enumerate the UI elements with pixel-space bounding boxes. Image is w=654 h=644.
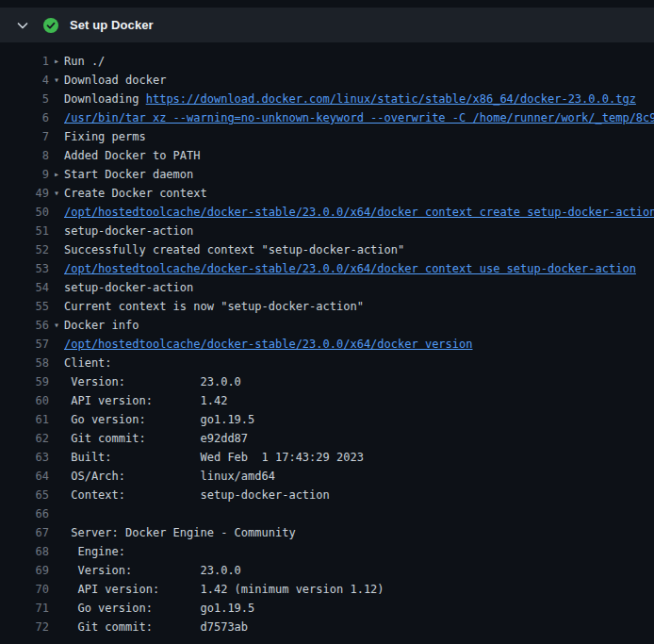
log-line[interactable]: 49▾Create Docker context: [0, 184, 654, 203]
log-plain-text: Start Docker daemon: [64, 168, 193, 181]
log-plain-text: Version: 23.0.0: [64, 564, 241, 577]
group-expanded-arrow-icon[interactable]: ▾: [49, 184, 64, 203]
gutter-spacer: [49, 90, 64, 108]
log-line[interactable]: 61 Go version: go1.19.5: [0, 410, 654, 429]
group-expanded-arrow-icon[interactable]: ▾: [49, 71, 64, 90]
log-line[interactable]: 8Added Docker to PATH: [0, 146, 654, 165]
log-plain-text: Downloading: [64, 92, 146, 106]
log-plain-text: Client:: [64, 356, 112, 370]
log-text: /opt/hostedtoolcache/docker-stable/23.0.…: [64, 259, 636, 278]
log-line[interactable]: 65 Context: setup-docker-action: [0, 486, 654, 504]
log-link[interactable]: https://download.docker.com/linux/static…: [146, 92, 636, 106]
log-line[interactable]: 6/usr/bin/tar xz --warning=no-unknown-ke…: [0, 108, 654, 127]
line-number[interactable]: 61: [0, 410, 49, 429]
line-number[interactable]: 52: [0, 240, 49, 259]
log-line[interactable]: 72 Git commit: d7573ab: [0, 618, 654, 636]
log-line[interactable]: 54setup-docker-action: [0, 278, 654, 297]
step-header[interactable]: Set up Docker: [0, 8, 654, 42]
log-text: Downloading https://download.docker.com/…: [64, 90, 636, 108]
line-number[interactable]: 53: [0, 259, 49, 278]
log-text: Create Docker context: [64, 184, 207, 203]
log-plain-text: Added Docker to PATH: [64, 149, 201, 162]
log-line[interactable]: 67 Server: Docker Engine - Community: [0, 523, 654, 542]
log-text: Context: setup-docker-action: [64, 486, 330, 504]
log-line[interactable]: 66: [0, 504, 654, 523]
log-line[interactable]: 63 Built: Wed Feb 1 17:43:29 2023: [0, 448, 654, 467]
log-line[interactable]: 56▾Docker info: [0, 316, 654, 335]
line-number[interactable]: 51: [0, 222, 49, 240]
log-line[interactable]: 7Fixing perms: [0, 127, 654, 146]
log-line[interactable]: 60 API version: 1.42: [0, 391, 654, 410]
log-text: setup-docker-action: [64, 222, 193, 240]
line-number[interactable]: 6: [0, 108, 49, 127]
line-number[interactable]: 5: [0, 90, 49, 108]
gutter-spacer: [49, 127, 64, 146]
line-number[interactable]: 8: [0, 146, 49, 165]
log-line[interactable]: 69 Version: 23.0.0: [0, 561, 654, 580]
log-line[interactable]: 1▸Run ./: [0, 52, 654, 71]
log-text: /opt/hostedtoolcache/docker-stable/23.0.…: [64, 203, 654, 222]
gutter-spacer: [49, 561, 64, 580]
gutter-spacer: [49, 372, 64, 391]
line-number[interactable]: 62: [0, 429, 49, 448]
line-number[interactable]: 56: [0, 316, 49, 335]
line-number[interactable]: 49: [0, 184, 49, 203]
line-number[interactable]: 58: [0, 354, 49, 372]
line-number[interactable]: 66: [0, 504, 49, 523]
line-number[interactable]: 63: [0, 448, 49, 467]
log-line[interactable]: 58Client:: [0, 354, 654, 372]
line-number[interactable]: 70: [0, 580, 49, 599]
log-line[interactable]: 53/opt/hostedtoolcache/docker-stable/23.…: [0, 259, 654, 278]
line-number[interactable]: 67: [0, 523, 49, 542]
log-line[interactable]: 4▾Download docker: [0, 71, 654, 90]
log-line[interactable]: 64 OS/Arch: linux/amd64: [0, 467, 654, 486]
log-text: Successfully created context "setup-dock…: [64, 240, 404, 259]
group-collapsed-arrow-icon[interactable]: ▸: [49, 165, 64, 184]
line-number[interactable]: 54: [0, 278, 49, 297]
log-plain-text: Git commit: e92dd87: [64, 432, 248, 445]
line-number[interactable]: 68: [0, 542, 49, 561]
line-number[interactable]: 57: [0, 335, 49, 354]
log-line[interactable]: 62 Git commit: e92dd87: [0, 429, 654, 448]
log-line[interactable]: 51setup-docker-action: [0, 222, 654, 240]
line-number[interactable]: 65: [0, 486, 49, 504]
line-number[interactable]: 1: [0, 52, 49, 71]
chevron-down-icon[interactable]: [15, 18, 30, 33]
line-number[interactable]: 69: [0, 561, 49, 580]
success-check-icon: [43, 18, 58, 33]
line-number[interactable]: 71: [0, 599, 49, 618]
log-plain-text: Go version: go1.19.5: [64, 602, 254, 615]
group-collapsed-arrow-icon[interactable]: ▸: [49, 52, 64, 71]
line-number[interactable]: 9: [0, 165, 49, 184]
line-number[interactable]: 72: [0, 618, 49, 636]
log-line[interactable]: 71 Go version: go1.19.5: [0, 599, 654, 618]
line-number[interactable]: 60: [0, 391, 49, 410]
line-number[interactable]: 55: [0, 297, 49, 316]
log-plain-text: API version: 1.42 (minimum version 1.12): [64, 583, 384, 596]
log-text: Git commit: e92dd87: [64, 429, 248, 448]
log-text: Engine:: [64, 542, 125, 561]
log-plain-text: Docker info: [64, 319, 139, 332]
gutter-spacer: [49, 618, 64, 636]
log-line[interactable]: 5Downloading https://download.docker.com…: [0, 90, 654, 108]
gutter-spacer: [49, 259, 64, 278]
log-line[interactable]: 68 Engine:: [0, 542, 654, 561]
log-line[interactable]: 59 Version: 23.0.0: [0, 372, 654, 391]
log-line[interactable]: 52Successfully created context "setup-do…: [0, 240, 654, 259]
gutter-spacer: [49, 278, 64, 297]
group-expanded-arrow-icon[interactable]: ▾: [49, 316, 64, 335]
log-line[interactable]: 9▸Start Docker daemon: [0, 165, 654, 184]
gutter-spacer: [49, 391, 64, 410]
log-line[interactable]: 70 API version: 1.42 (minimum version 1.…: [0, 580, 654, 599]
line-number[interactable]: 50: [0, 203, 49, 222]
line-number[interactable]: 7: [0, 127, 49, 146]
line-number[interactable]: 4: [0, 71, 49, 90]
log-text: Go version: go1.19.5: [64, 599, 254, 618]
line-number[interactable]: 59: [0, 372, 49, 391]
line-number[interactable]: 64: [0, 467, 49, 486]
log-line[interactable]: 57/opt/hostedtoolcache/docker-stable/23.…: [0, 335, 654, 354]
log-line[interactable]: 55Current context is now "setup-docker-a…: [0, 297, 654, 316]
log-plain-text: Server: Docker Engine - Community: [64, 526, 296, 539]
log-plain-text: Current context is now "setup-docker-act…: [64, 300, 364, 313]
log-line[interactable]: 50/opt/hostedtoolcache/docker-stable/23.…: [0, 203, 654, 222]
